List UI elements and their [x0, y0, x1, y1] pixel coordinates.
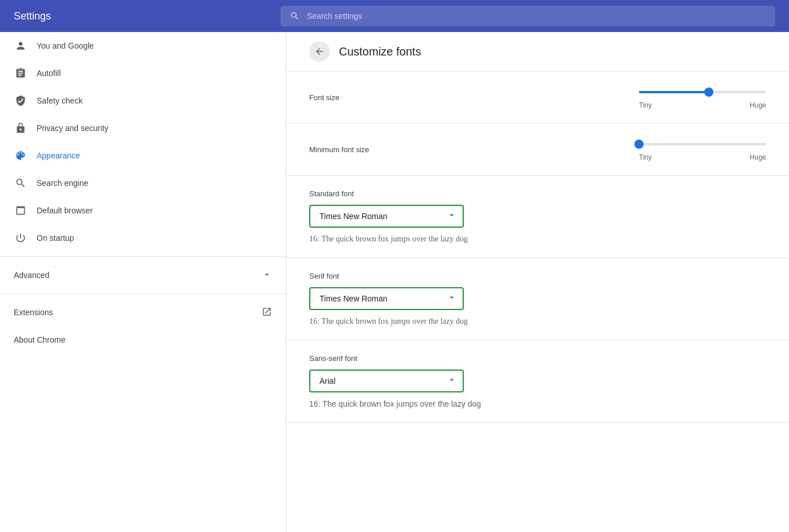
person-icon	[14, 39, 27, 53]
content-area: Customize fonts Font size Tiny Huge	[286, 32, 789, 532]
sidebar-label-privacy-security: Privacy and security	[37, 124, 108, 133]
sidebar-label-on-startup: On startup	[37, 233, 74, 243]
extensions-label: Extensions	[14, 308, 53, 317]
sans-serif-font-select[interactable]: Arial Helvetica Verdana Trebuchet MS	[309, 370, 464, 392]
sidebar-item-on-startup[interactable]: On startup	[0, 224, 286, 252]
font-size-section: Font size Tiny Huge	[286, 72, 789, 124]
serif-font-select[interactable]: Times New Roman Georgia Palatino Garamon…	[309, 287, 464, 310]
standard-font-select[interactable]: Times New Roman Arial Helvetica Georgia …	[309, 205, 464, 228]
sidebar-item-search-engine[interactable]: Search engine	[0, 169, 286, 197]
sidebar-item-privacy-security[interactable]: Privacy and security	[0, 114, 286, 142]
search-bar[interactable]	[281, 6, 775, 26]
header: Settings	[0, 0, 789, 32]
sans-serif-font-select-wrapper: Arial Helvetica Verdana Trebuchet MS	[309, 370, 464, 392]
power-icon	[14, 231, 27, 245]
font-size-tiny-label: Tiny	[639, 101, 652, 109]
sidebar-item-safety-check[interactable]: Safety check	[0, 87, 286, 114]
standard-font-section: Standard font Times New Roman Arial Helv…	[286, 176, 789, 258]
sidebar-label-autofill: Autofill	[37, 69, 61, 78]
sidebar-divider-2	[0, 293, 286, 294]
chevron-down-icon	[262, 269, 272, 281]
font-size-fill	[639, 91, 709, 93]
font-size-slider-container: Tiny Huge	[639, 85, 766, 109]
min-font-size-labels: Tiny Huge	[639, 153, 766, 161]
min-font-size-track[interactable]	[639, 143, 766, 145]
settings-title: Settings	[14, 10, 271, 22]
min-font-size-huge-label: Huge	[749, 153, 766, 161]
standard-font-select-wrapper: Times New Roman Arial Helvetica Georgia …	[309, 205, 464, 228]
about-chrome-label: About Chrome	[14, 335, 65, 344]
sidebar-item-autofill[interactable]: Autofill	[0, 59, 286, 87]
shield-icon	[14, 94, 27, 108]
font-size-thumb[interactable]	[704, 88, 713, 97]
search-icon	[290, 11, 300, 21]
back-button[interactable]	[309, 41, 330, 62]
lock-icon	[14, 121, 27, 135]
sidebar-label-default-browser: Default browser	[37, 206, 93, 215]
sidebar-label-search-engine: Search engine	[37, 178, 88, 188]
serif-font-section: Serif font Times New Roman Georgia Palat…	[286, 258, 789, 340]
sidebar-label-safety-check: Safety check	[37, 96, 82, 105]
advanced-label: Advanced	[14, 271, 257, 280]
min-font-size-section: Minimum font size Tiny Huge	[286, 124, 789, 176]
content-header: Customize fonts	[286, 32, 789, 72]
external-link-icon	[262, 307, 272, 319]
main-layout: You and Google Autofill Safety check Pri…	[0, 32, 789, 532]
assignment-icon	[14, 66, 27, 80]
sidebar-item-you-and-google[interactable]: You and Google	[0, 32, 286, 59]
sans-serif-font-label: Sans-serif font	[309, 354, 766, 363]
serif-font-preview: 16: The quick brown fox jumps over the l…	[309, 317, 766, 326]
sans-serif-font-section: Sans-serif font Arial Helvetica Verdana …	[286, 340, 789, 423]
standard-font-preview: 16: The quick brown fox jumps over the l…	[309, 235, 766, 244]
font-size-track[interactable]	[639, 91, 766, 93]
font-size-labels: Tiny Huge	[639, 101, 766, 109]
font-size-label: Font size	[309, 93, 630, 102]
sidebar-advanced[interactable]: Advanced	[0, 261, 286, 289]
page-title: Customize fonts	[339, 45, 421, 58]
min-font-size-label: Minimum font size	[309, 145, 630, 154]
sidebar-extensions[interactable]: Extensions	[0, 299, 286, 326]
serif-font-select-wrapper: Times New Roman Georgia Palatino Garamon…	[309, 287, 464, 310]
serif-font-label: Serif font	[309, 272, 766, 280]
search-input[interactable]	[307, 11, 766, 21]
search-engine-icon	[14, 176, 27, 190]
standard-font-label: Standard font	[309, 189, 766, 198]
min-font-size-tiny-label: Tiny	[639, 153, 652, 161]
min-font-size-slider-container: Tiny Huge	[639, 137, 766, 161]
sidebar-item-default-browser[interactable]: Default browser	[0, 197, 286, 224]
browser-icon	[14, 204, 27, 217]
min-font-size-thumb[interactable]	[634, 140, 644, 149]
sidebar-divider	[0, 256, 286, 257]
font-size-huge-label: Huge	[749, 101, 766, 109]
sidebar: You and Google Autofill Safety check Pri…	[0, 32, 286, 532]
sidebar-item-appearance[interactable]: Appearance	[0, 142, 286, 169]
palette-icon	[14, 149, 27, 162]
sidebar-about-chrome[interactable]: About Chrome	[0, 326, 286, 354]
sans-serif-font-preview: 16: The quick brown fox jumps over the l…	[309, 399, 766, 408]
sidebar-label-you-and-google: You and Google	[37, 41, 94, 50]
sidebar-label-appearance: Appearance	[37, 151, 80, 160]
